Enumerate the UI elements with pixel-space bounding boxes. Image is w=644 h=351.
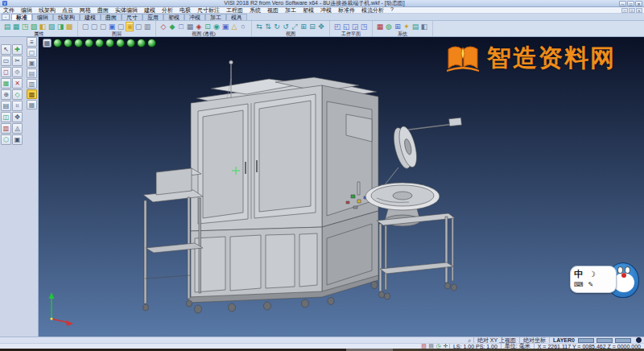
view-orientation-icon[interactable] [64, 39, 72, 47]
tool-icon[interactable]: ◻ [1, 67, 11, 77]
view-orientation-icon[interactable] [126, 39, 135, 47]
ribbon-icon[interactable]: ⤢ [291, 22, 299, 31]
menu-item[interactable]: 编辑 [18, 6, 35, 14]
menu-item[interactable]: 点云 [59, 6, 76, 14]
status-indicator-box[interactable] [615, 338, 631, 343]
menu-item[interactable]: 塑模 [299, 6, 317, 14]
tool-icon[interactable]: ▥ [27, 79, 37, 89]
tool-icon[interactable]: ▦ [27, 100, 37, 109]
ribbon-icon[interactable]: ▨ [47, 22, 56, 31]
menu-item[interactable]: ? [387, 6, 397, 14]
ribbon-icon[interactable]: ▢ [99, 22, 107, 31]
ime-moon-icon[interactable]: ☽ [588, 270, 596, 279]
ribbon-icon[interactable]: ▧ [30, 22, 38, 31]
tool-icon[interactable]: ⟐ [12, 67, 23, 77]
view-orientation-icon[interactable]: ▦ [43, 39, 52, 47]
tool-icon[interactable]: ↖ [1, 44, 11, 55]
tool-icon[interactable]: ▤ [1, 101, 11, 111]
toolbar-tab[interactable]: 模具 [226, 14, 247, 20]
child-window-control-button[interactable]: ─ [621, 8, 628, 13]
child-window-control-button[interactable]: □ [629, 8, 635, 13]
menu-item[interactable]: 实体编辑 [112, 6, 141, 14]
ribbon-icon[interactable]: ⊞ [299, 22, 308, 31]
ribbon-icon[interactable]: ▢ [134, 22, 142, 31]
ribbon-icon[interactable]: ▦ [12, 22, 20, 31]
menu-item[interactable]: 加工 [282, 6, 299, 14]
ribbon-icon[interactable]: ◧ [420, 22, 428, 31]
menu-item[interactable]: 分析 [159, 6, 176, 14]
ribbon-icon[interactable]: ⇅ [264, 22, 272, 31]
child-window-control-button[interactable]: ✕ [636, 8, 642, 13]
ime-keyboard-icon[interactable]: ⌨ [574, 281, 584, 288]
view-orientation-icon[interactable] [147, 39, 156, 47]
toolbar-tab[interactable]: 标准 [11, 14, 32, 20]
ime-pen-icon[interactable]: ✎ [588, 281, 594, 288]
ribbon-icon[interactable]: ◍ [385, 22, 393, 31]
menu-item[interactable]: 线架构 [35, 6, 59, 14]
ribbon-icon[interactable]: ⊟ [308, 22, 316, 31]
tool-icon[interactable]: ✚ [12, 44, 23, 55]
ribbon-icon[interactable]: ▢ [81, 22, 89, 31]
tool-icon[interactable]: ⬡ [1, 134, 11, 145]
ribbon-icon[interactable]: ▩ [65, 22, 73, 31]
window-control-button[interactable]: ─ [619, 1, 626, 6]
menu-item[interactable]: 系统 [246, 6, 264, 14]
ribbon-icon[interactable]: ▣ [221, 22, 229, 31]
ribbon-icon[interactable]: ○ [239, 22, 247, 31]
ribbon-icon[interactable]: ⊡ [204, 22, 212, 31]
ribbon-icon[interactable]: ⊞ [394, 22, 402, 31]
menu-item[interactable]: 尺寸标注 [194, 6, 223, 14]
toolbar-collapse-button[interactable]: - [2, 14, 10, 20]
toolbar-tab[interactable]: 曲面 [101, 14, 122, 20]
tool-icon[interactable]: ▤ [27, 68, 37, 78]
ribbon-icon[interactable]: ▦ [186, 22, 194, 31]
ribbon-icon[interactable]: ↻ [273, 22, 281, 31]
menu-item[interactable]: 文件 [0, 6, 18, 14]
ribbon-icon[interactable]: △ [230, 22, 238, 31]
tool-icon[interactable]: ▦ [1, 78, 11, 89]
tool-icon[interactable]: ✕ [12, 78, 23, 89]
tool-icon[interactable]: ✂ [12, 56, 23, 66]
ribbon-icon[interactable]: ◨ [56, 22, 64, 31]
ribbon-icon[interactable]: ▤ [3, 22, 11, 31]
tool-icon[interactable]: ✥ [12, 112, 23, 122]
tool-icon[interactable]: ▩ [27, 89, 37, 99]
ribbon-icon[interactable]: ▣ [126, 22, 134, 31]
tool-icon[interactable]: ⊕ [1, 89, 11, 100]
ribbon-icon[interactable]: ◱ [342, 22, 350, 31]
view-orientation-icon[interactable] [85, 39, 93, 47]
ribbon-icon[interactable]: ◰ [333, 22, 341, 31]
ribbon-icon[interactable]: ▦ [376, 22, 384, 31]
ribbon-icon[interactable]: ▤ [411, 22, 419, 31]
tool-icon[interactable]: ▥ [1, 123, 11, 134]
ribbon-icon[interactable]: ▣ [108, 22, 116, 31]
tool-icon[interactable]: ▭ [1, 56, 11, 66]
menu-item[interactable]: 标准件 [335, 6, 358, 14]
ribbon-icon[interactable]: ⇆ [255, 22, 263, 31]
status-indicator-dot[interactable] [636, 337, 642, 343]
view-orientation-icon[interactable] [95, 39, 104, 47]
ribbon-icon[interactable]: ▢ [117, 22, 125, 31]
ribbon-icon[interactable]: ◧ [39, 22, 47, 31]
window-control-button[interactable]: □ [627, 1, 634, 6]
toolbar-tab[interactable]: 塑模 [163, 14, 184, 20]
view-orientation-icon[interactable] [105, 39, 114, 47]
view-orientation-icon[interactable] [116, 39, 125, 47]
ribbon-icon[interactable]: ▥ [143, 22, 151, 31]
ribbon-icon[interactable]: ↺ [282, 22, 290, 31]
view-orientation-icon[interactable] [74, 39, 83, 47]
ribbon-icon[interactable]: ◳ [21, 22, 29, 31]
ribbon-icon[interactable]: ◉ [213, 22, 221, 31]
menu-item[interactable]: 冲模 [317, 6, 335, 14]
tool-icon[interactable]: ▢ [27, 47, 37, 57]
machine-model[interactable] [39, 37, 644, 337]
menu-item[interactable]: 曲面 [94, 6, 112, 14]
toolbar-tab[interactable]: 建模 [80, 14, 101, 20]
ribbon-icon[interactable]: ✥ [317, 22, 325, 31]
menu-item[interactable]: 工程图 [223, 6, 246, 14]
menu-item[interactable]: 网格 [76, 6, 94, 14]
tool-icon[interactable]: ▣ [12, 134, 23, 145]
toolbar-tab[interactable]: 加工 [205, 14, 226, 20]
ribbon-icon[interactable]: ◲ [351, 22, 359, 31]
tool-icon[interactable]: ◇ [12, 89, 23, 100]
